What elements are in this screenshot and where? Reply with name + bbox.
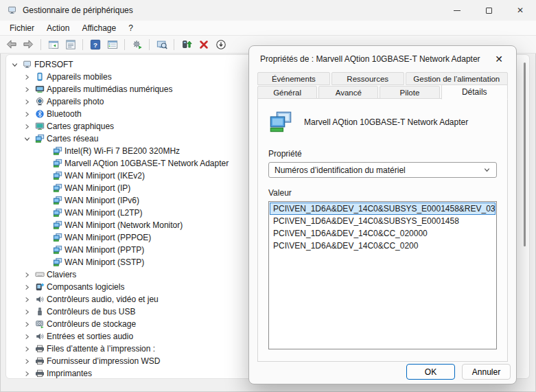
tree-item-label: Marvell AQtion 10GBASE-T Network Adapter <box>65 159 229 168</box>
toolbar-separator <box>82 39 83 50</box>
tab-general[interactable]: Général <box>257 86 317 99</box>
tree-item-label: Intel(R) Wi-Fi 7 BE200 320MHz <box>65 146 180 156</box>
scan-hardware-changes-button[interactable] <box>129 37 145 52</box>
chevron-right-icon[interactable] <box>21 84 32 95</box>
tab-ressources[interactable]: Ressources <box>331 72 404 85</box>
properties-button[interactable] <box>62 37 78 52</box>
toolbar-separator <box>40 39 41 50</box>
chevron-right-icon[interactable] <box>21 331 32 342</box>
details-tab-content: Marvell AQtion 10GBASE-T Network Adapter… <box>257 98 508 362</box>
tree-item-label: Claviers <box>47 270 76 279</box>
network-adapter-icon <box>268 110 293 135</box>
chevron-right-icon[interactable] <box>21 368 32 379</box>
chevron-down-icon[interactable] <box>21 133 32 144</box>
printer-icon <box>34 356 45 367</box>
camera-icon <box>34 97 45 107</box>
tree-item-label: Cartes graphiques <box>47 122 114 131</box>
chevron-spacer <box>39 170 50 181</box>
menubar: FichierActionAffichage? <box>0 21 536 36</box>
chevron-right-icon[interactable] <box>21 71 32 82</box>
help-button[interactable]: ? <box>87 37 103 52</box>
tree-item-label: Entrées et sorties audio <box>47 332 133 341</box>
maximize-button[interactable] <box>473 0 504 21</box>
tab-pilote[interactable]: Pilote <box>380 86 439 99</box>
chevron-right-icon[interactable] <box>21 96 32 107</box>
tab-row-back: ÉvénementsRessourcesGestion de l’aliment… <box>257 72 508 85</box>
tree-item-label: FDRSOFT <box>34 60 73 69</box>
menu-affichage[interactable]: Affichage <box>75 22 122 34</box>
console-tree-button[interactable] <box>45 37 61 52</box>
tree-item-label: Imprimantes <box>47 369 92 378</box>
minimize-button[interactable] <box>441 0 473 21</box>
value-item[interactable]: PCI\VEN_1D6A&DEV_14C0&SUBSYS_E0001458 <box>270 215 496 227</box>
chevron-right-icon[interactable] <box>21 281 32 292</box>
forward-button[interactable] <box>21 37 36 52</box>
network-icon <box>52 196 62 206</box>
value-item[interactable]: PCI\VEN_1D6A&DEV_14C0&SUBSYS_E0001458&RE… <box>270 203 496 215</box>
tab-evenements[interactable]: Événements <box>257 72 330 85</box>
uninstall-device-button[interactable] <box>196 37 211 52</box>
multimedia-icon <box>34 84 45 95</box>
scrollbar-thumb[interactable] <box>524 62 526 246</box>
chevron-spacer <box>39 183 50 194</box>
menu-action[interactable]: Action <box>40 22 75 34</box>
dialog-title: Propriétés de : Marvell AQtion 10GBASE-T… <box>260 54 480 64</box>
tree-item-label: Cartes réseau <box>47 134 98 143</box>
update-driver-button[interactable] <box>178 37 194 52</box>
dialog-close-button[interactable]: ✕ <box>487 50 511 68</box>
tree-item-label: Composants logiciels <box>47 282 124 292</box>
computer-icon <box>22 60 32 70</box>
value-item[interactable]: PCI\VEN_1D6A&DEV_14C0&CC_0200 <box>270 240 496 252</box>
menu-aide[interactable]: ? <box>122 22 139 34</box>
chevron-right-icon[interactable] <box>21 294 32 305</box>
chevron-right-icon[interactable] <box>21 108 32 119</box>
uninstall-icon <box>198 39 209 50</box>
printer-icon <box>34 369 45 379</box>
device-name: Marvell AQtion 10GBASE-T Network Adapter <box>304 117 468 127</box>
chevron-right-icon[interactable] <box>21 319 32 330</box>
chevron-right-icon[interactable] <box>21 269 32 280</box>
ok-button[interactable]: OK <box>406 364 455 380</box>
back-button[interactable] <box>3 37 19 52</box>
mobile-icon <box>34 72 45 82</box>
tree-item-label: Appareils photo <box>47 97 104 106</box>
property-select[interactable]: Numéros d’identification du matériel <box>268 162 497 178</box>
device-manager-window: Gestionnaire de périphériques ✕ FichierA… <box>0 0 536 392</box>
tab-alimentation[interactable]: Gestion de l’alimentation <box>406 72 508 85</box>
chevron-right-icon[interactable] <box>21 356 32 367</box>
devices-list-button[interactable] <box>104 37 120 52</box>
svg-text:?: ? <box>93 41 97 48</box>
forward-icon <box>23 38 34 50</box>
tab-details[interactable]: Détails <box>441 84 508 100</box>
chevron-spacer <box>39 195 50 206</box>
tree-item-label: WAN Miniport (IKEv2) <box>65 171 145 181</box>
toolbar-separator <box>174 39 174 50</box>
value-item[interactable]: PCI\VEN_1D6A&DEV_14C0&CC_020000 <box>270 227 496 240</box>
chevron-right-icon[interactable] <box>21 121 32 132</box>
tree-item-label: WAN Miniport (IP) <box>65 183 130 193</box>
search-computer-button[interactable] <box>154 37 170 52</box>
toolbar-separator <box>149 39 150 50</box>
tree-item-label: WAN Miniport (L2TP) <box>65 208 143 218</box>
disable-device-button[interactable] <box>213 37 229 52</box>
chevron-down-icon[interactable] <box>9 59 20 70</box>
menu-fichier[interactable]: Fichier <box>3 22 40 34</box>
audio-icon <box>34 332 45 342</box>
console-tree-icon <box>48 39 59 50</box>
chevron-right-icon[interactable] <box>21 306 32 317</box>
network-icon <box>52 159 62 169</box>
cancel-button[interactable]: Annuler <box>462 364 511 380</box>
tab-avance[interactable]: Avancé <box>318 86 378 99</box>
software-icon <box>34 282 45 292</box>
search-computer-icon <box>156 39 167 50</box>
devices-list-icon <box>107 39 118 50</box>
close-button[interactable]: ✕ <box>504 0 536 21</box>
maximize-icon <box>486 8 492 14</box>
chevron-right-icon[interactable] <box>21 343 32 354</box>
chevron-spacer <box>39 244 50 255</box>
network-icon <box>52 208 62 218</box>
value-list[interactable]: PCI\VEN_1D6A&DEV_14C0&SUBSYS_E0001458&RE… <box>268 201 497 349</box>
dialog-footer: OK Annuler <box>406 364 511 380</box>
tree-scrollbar[interactable] <box>520 56 528 377</box>
update-driver-icon <box>181 39 192 50</box>
